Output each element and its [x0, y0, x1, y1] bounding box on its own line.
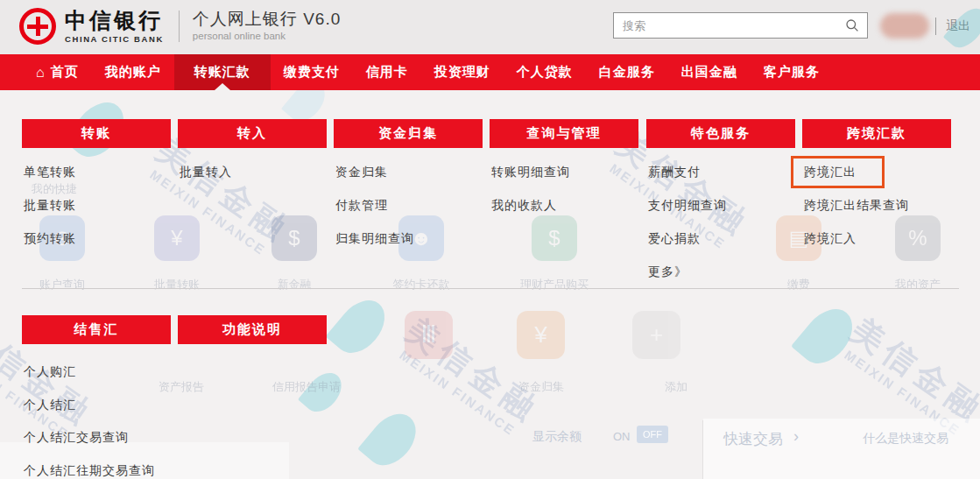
nav-item-overseas-finance[interactable]: 出国金融: [668, 54, 751, 90]
category-button-fx-settlement[interactable]: 结售汇: [22, 315, 171, 344]
masked-username: [880, 13, 929, 39]
menu-item-fund-collection-1[interactable]: 付款管理: [335, 198, 388, 214]
main-navbar: ⌂首页我的账户转账汇款缴费支付信用卡投资理财个人贷款白金服务出国金融客户服务: [0, 54, 980, 90]
category-button-transfer-in[interactable]: 转入: [178, 119, 327, 148]
menu-item-fx-settlement-1[interactable]: 个人结汇: [24, 398, 76, 413]
menu-item-query-management-0[interactable]: 转账明细查询: [491, 165, 570, 180]
nav-item-label: 出国金融: [681, 64, 737, 81]
nav-item-bill-payment[interactable]: 缴费支付: [271, 54, 353, 90]
nav-item-label: 白金服务: [599, 64, 655, 81]
category-button-function-description[interactable]: 功能说明: [178, 315, 327, 344]
nav-item-label: 投资理财: [434, 64, 490, 81]
nav-item-label: 信用卡: [366, 64, 408, 81]
search-box: [613, 12, 868, 39]
nav-item-label: 首页: [51, 64, 79, 81]
menu-item-fund-collection-0[interactable]: 资金归集: [335, 165, 388, 180]
nav-item-home[interactable]: ⌂首页: [23, 54, 92, 90]
product-title: 个人网上银行 V6.0: [193, 11, 341, 27]
menu-item-transfer-0[interactable]: 单笔转账: [24, 165, 76, 180]
menu-item-featured-services-0[interactable]: 薪酬支付: [648, 165, 701, 180]
highlight-box: [791, 156, 885, 188]
menu-item-transfer-in-0[interactable]: 批量转入: [180, 165, 232, 180]
menu-item-cross-border-remittance-1[interactable]: 跨境汇出结果查询: [804, 198, 909, 214]
home-icon: ⌂: [36, 65, 46, 81]
menu-item-transfer-1[interactable]: 批量转账: [24, 198, 76, 214]
nav-item-label: 个人贷款: [517, 64, 573, 81]
category-button-query-management[interactable]: 查询与管理: [490, 119, 638, 148]
active-tab-pointer: [215, 83, 230, 90]
brand-divider: [179, 11, 180, 42]
product-subtitle: personal online bank: [193, 32, 341, 42]
nav-item-label: 我的账户: [105, 64, 161, 81]
nav-item-personal-loan[interactable]: 个人贷款: [504, 54, 586, 90]
search-icon[interactable]: [845, 18, 859, 32]
citic-online-banking-page: 中信银行 CHINA CITIC BANK 个人网上银行 V6.0 person…: [0, 0, 980, 479]
nav-item-label: 客户服务: [764, 64, 820, 81]
nav-item-my-accounts[interactable]: 我的账户: [92, 54, 174, 90]
logout-divider: [935, 18, 936, 35]
header: 中信银行 CHINA CITIC BANK 个人网上银行 V6.0 person…: [0, 0, 980, 54]
bank-name: 中信银行: [65, 10, 164, 32]
transfer-remit-dropdown: 美信金融MEIXIN FINANCE美信金融MEIXIN FINANCE美信金融…: [0, 90, 980, 479]
menu-item-fx-settlement-2[interactable]: 个人结汇交易查询: [24, 430, 129, 446]
search-input[interactable]: [614, 19, 845, 32]
section-divider: [22, 288, 959, 289]
nav-item-transfer-remittance[interactable]: 转账汇款: [174, 54, 271, 90]
menu-item-fx-settlement-0[interactable]: 个人购汇: [24, 364, 76, 380]
menu-item-featured-services-3[interactable]: 更多》: [648, 264, 687, 280]
menu-item-fx-settlement-3[interactable]: 个人结汇往期交易查询: [24, 463, 155, 479]
nav-item-customer-service[interactable]: 客户服务: [751, 54, 833, 90]
menu-item-cross-border-remittance-2[interactable]: 跨境汇入: [804, 231, 857, 247]
menu-item-featured-services-2[interactable]: 爱心捐款: [648, 231, 701, 247]
menu-item-query-management-1[interactable]: 我的收款人: [491, 198, 557, 214]
menu-item-transfer-2[interactable]: 预约转账: [24, 231, 76, 247]
category-button-featured-services[interactable]: 特色服务: [646, 119, 795, 148]
nav-item-label: 缴费支付: [284, 64, 340, 81]
nav-item-credit-card[interactable]: 信用卡: [353, 54, 421, 90]
nav-item-platinum-service[interactable]: 白金服务: [586, 54, 668, 90]
menu-item-fund-collection-2[interactable]: 归集明细查询: [335, 231, 414, 247]
category-button-cross-border-remittance[interactable]: 跨境汇款: [802, 119, 951, 148]
nav-item-label: 转账汇款: [194, 64, 250, 81]
brand-block: 中信银行 CHINA CITIC BANK 个人网上银行 V6.0 person…: [19, 8, 341, 45]
category-button-transfer[interactable]: 转账: [22, 119, 171, 148]
category-button-fund-collection[interactable]: 资金归集: [334, 119, 483, 148]
nav-item-investment[interactable]: 投资理财: [421, 54, 504, 90]
bank-name-en: CHINA CITIC BANK: [65, 35, 164, 44]
menu-item-featured-services-1[interactable]: 支付明细查询: [648, 198, 727, 214]
citic-logo-icon: [19, 8, 56, 45]
